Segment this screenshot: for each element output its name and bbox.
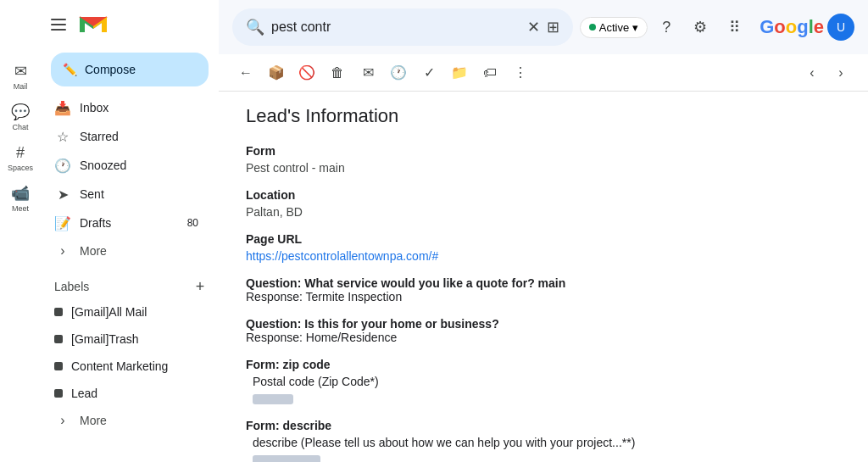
delete-button[interactable]: 🗑 <box>324 59 351 86</box>
describe-blurred-value <box>253 455 320 462</box>
app-header <box>41 7 219 42</box>
move-to-button[interactable]: 📁 <box>446 59 473 86</box>
gmail-all-dot <box>54 308 63 316</box>
search-clear-icon[interactable]: ✕ <box>527 18 540 36</box>
main-area: 🔍 ✕ ⊞ Active ▾ ? ⚙ ⠿ Google U ← 📦 🚫 <box>219 0 868 462</box>
search-icon: 🔍 <box>246 18 264 36</box>
nav-section: 📥 Inbox ☆ Starred 🕐 Snoozed ➤ Sent 📝 Dra… <box>41 93 219 264</box>
label-item-content-marketing[interactable]: Content Marketing <box>41 353 209 380</box>
snooze-button[interactable]: 🕐 <box>385 59 412 86</box>
labels-more-button[interactable]: › More <box>41 407 209 434</box>
sent-icon: ➤ <box>54 186 71 203</box>
label-item-gmail-trash[interactable]: [Gmail]Trash <box>41 326 209 353</box>
label-item-lead[interactable]: Lead <box>41 380 209 407</box>
mark-unread-button[interactable]: ✉ <box>354 59 381 86</box>
nav-item-sent[interactable]: ➤ Sent <box>41 180 209 209</box>
gmail-trash-dot <box>54 335 63 343</box>
google-logo: Google <box>760 16 824 38</box>
gmail-logo <box>78 14 108 36</box>
labels-header: Labels + <box>41 271 219 298</box>
form-describe-section: Form: describe describe (Please tell us … <box>246 419 841 462</box>
nav-item-inbox[interactable]: 📥 Inbox <box>41 93 209 122</box>
compose-pencil-icon: ✏️ <box>61 61 78 78</box>
add-task-button[interactable]: ✓ <box>415 59 442 86</box>
report-spam-button[interactable]: 🚫 <box>293 59 320 86</box>
search-bar: 🔍 ✕ ⊞ <box>232 8 573 46</box>
inbox-icon: 📥 <box>54 99 71 116</box>
email-area: ← 📦 🚫 🗑 ✉ 🕐 ✓ 📁 🏷 ⋮ ‹ › Lead's Informati… <box>219 54 868 462</box>
settings-icon[interactable]: ⚙ <box>685 12 715 42</box>
location-section: Location Paltan, BD <box>246 188 841 219</box>
avatar[interactable]: U <box>827 14 854 41</box>
lead-dot <box>54 389 63 398</box>
label-item-gmail-all[interactable]: [Gmail]All Mail <box>41 298 209 326</box>
form-section: Form Pest control - main <box>246 144 841 175</box>
archive-button[interactable]: 📦 <box>263 59 290 86</box>
mail-nav-icon[interactable]: ✉ Mail <box>3 59 37 93</box>
content-marketing-dot <box>54 362 63 370</box>
snoozed-icon: 🕐 <box>54 157 71 174</box>
icon-strip: ✉ Mail 💬 Chat # Spaces 📹 Meet <box>0 0 41 462</box>
back-button[interactable]: ← <box>232 59 259 86</box>
more-actions-button[interactable]: ⋮ <box>507 59 534 86</box>
meet-nav-icon[interactable]: 📹 Meet <box>3 181 37 215</box>
email-title: Lead's Information <box>246 105 841 127</box>
apps-icon[interactable]: ⠿ <box>719 12 749 42</box>
next-email-button[interactable]: › <box>827 59 854 86</box>
starred-icon: ☆ <box>54 128 71 145</box>
email-content: Lead's Information Form Pest control - m… <box>219 92 868 462</box>
nav-item-starred[interactable]: ☆ Starred <box>41 122 209 151</box>
drafts-icon: 📝 <box>54 214 71 231</box>
page-url-link[interactable]: https://pestcontrolallentownpa.com/# <box>246 249 438 263</box>
hamburger-menu[interactable] <box>51 16 68 33</box>
search-input[interactable] <box>271 19 520 35</box>
toolbar-nav: ‹ › <box>798 59 854 86</box>
search-filter-icon[interactable]: ⊞ <box>547 18 559 36</box>
form-zip-section: Form: zip code Postal code (Zip Code*) <box>246 358 841 405</box>
compose-button[interactable]: ✏️ Compose <box>51 53 209 86</box>
nav-item-snoozed[interactable]: 🕐 Snoozed <box>41 151 209 180</box>
prev-email-button[interactable]: ‹ <box>798 59 826 86</box>
status-badge[interactable]: Active ▾ <box>580 17 648 38</box>
sidebar: ✏️ Compose 📥 Inbox ☆ Starred 🕐 Snoozed ➤… <box>41 0 219 462</box>
topbar: 🔍 ✕ ⊞ Active ▾ ? ⚙ ⠿ Google U <box>219 0 868 54</box>
labels-more-chevron-icon: › <box>54 412 71 429</box>
spaces-nav-icon[interactable]: # Spaces <box>3 141 37 175</box>
question1-section: Question: What service would you like a … <box>246 276 841 303</box>
chat-nav-icon[interactable]: 💬 Chat <box>3 100 37 134</box>
nav-item-drafts[interactable]: 📝 Drafts 80 <box>41 209 209 237</box>
question2-section: Question: Is this for your home or busin… <box>246 317 841 344</box>
help-icon[interactable]: ? <box>651 12 682 42</box>
zip-blurred-value <box>253 394 293 404</box>
nav-item-more[interactable]: › More <box>41 237 209 264</box>
topbar-right: Active ▾ ? ⚙ ⠿ Google U <box>580 12 854 42</box>
status-dot <box>589 24 596 31</box>
email-toolbar: ← 📦 🚫 🗑 ✉ 🕐 ✓ 📁 🏷 ⋮ ‹ › <box>219 54 868 92</box>
label-button[interactable]: 🏷 <box>476 59 504 86</box>
more-chevron-icon: › <box>54 242 71 259</box>
add-label-button[interactable]: + <box>192 278 209 295</box>
page-url-section: Page URL https://pestcontrolallentownpa.… <box>246 232 841 263</box>
